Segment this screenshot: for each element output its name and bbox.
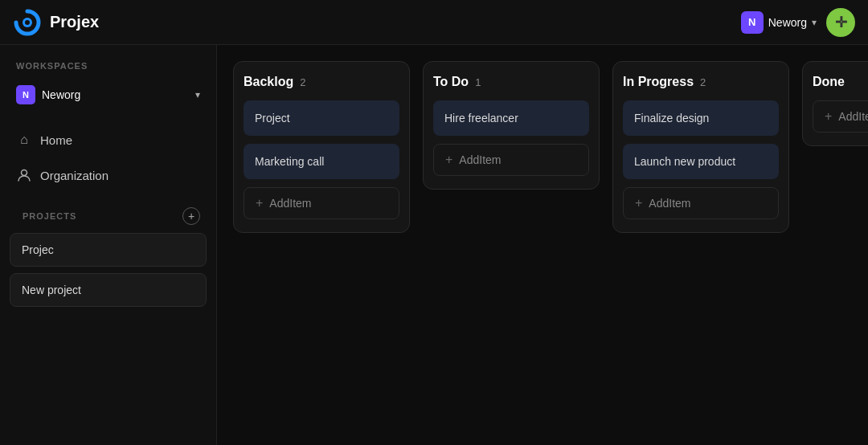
column-header-done: Done [813,75,868,89]
org-chevron-icon: ▾ [812,17,817,28]
app-header: Projex N Neworg ▾ ✛ [0,0,868,45]
card-todo-0[interactable]: Hire freelancer [433,100,589,136]
plus-icon: + [825,109,832,124]
plus-icon: + [635,196,642,210]
board-column-inprogress: In Progress2Finalize designLaunch new pr… [612,61,789,233]
board-column-done: Done+AddItem [802,61,868,146]
workspace-badge: N [16,85,35,104]
sidebar-item-organization[interactable]: Organization [10,159,207,191]
org-badge: N [741,11,764,34]
svg-point-3 [22,170,27,176]
column-header-backlog: Backlog2 [244,75,399,89]
column-title-backlog: Backlog [244,75,293,89]
add-item-button-backlog[interactable]: +AddItem [244,187,399,219]
project-item-projec[interactable]: Projec [10,233,207,267]
plus-icon: + [445,153,452,167]
projects-section-header: PROJECTS + [10,207,207,225]
svg-point-2 [25,20,30,25]
card-inprogress-0[interactable]: Finalize design [623,100,779,136]
sidebar-item-home-label: Home [40,133,72,147]
column-title-inprogress: In Progress [623,75,694,89]
add-item-label: AddItem [838,110,868,123]
app-logo-icon [13,8,42,37]
board-column-backlog: Backlog2ProjectMarketing call+AddItem [233,61,410,233]
add-item-label: AddItem [649,197,690,210]
home-icon: ⌂ [16,132,32,148]
main-layout: WORKSPACES N Neworg ▾ ⌂ Home Organizatio… [0,45,868,445]
board-column-todo: To Do1Hire freelancer+AddItem [423,61,600,190]
org-icon [16,167,32,183]
column-header-todo: To Do1 [433,75,589,89]
user-avatar[interactable]: ✛ [826,8,855,37]
card-backlog-0[interactable]: Project [244,100,399,136]
column-count-todo: 1 [475,76,481,88]
board-area: Backlog2ProjectMarketing call+AddItemTo … [217,45,868,445]
column-count-backlog: 2 [300,76,305,88]
column-title-todo: To Do [433,75,469,89]
workspace-name: Neworg [42,88,189,101]
card-backlog-1[interactable]: Marketing call [244,144,399,179]
column-count-inprogress: 2 [700,76,706,88]
add-item-label: AddItem [459,153,501,166]
workspace-chevron-icon: ▾ [195,89,200,100]
add-project-icon: + [188,210,194,222]
sidebar: WORKSPACES N Neworg ▾ ⌂ Home Organizatio… [0,45,217,445]
app-title: Projex [50,13,741,31]
card-inprogress-1[interactable]: Launch new product [623,144,779,179]
projects-label: PROJECTS [16,211,83,221]
sidebar-item-home[interactable]: ⌂ Home [10,124,207,156]
header-right: N Neworg ▾ ✛ [741,8,855,37]
add-project-button[interactable]: + [182,207,200,225]
workspaces-label: WORKSPACES [10,61,207,71]
add-item-button-inprogress[interactable]: +AddItem [623,187,779,219]
add-item-label: AddItem [269,197,311,210]
sidebar-item-organization-label: Organization [40,169,108,182]
plus-icon: + [256,196,263,210]
column-title-done: Done [813,75,845,89]
column-header-inprogress: In Progress2 [623,75,779,89]
org-selector[interactable]: N Neworg ▾ [741,11,817,34]
project-item-new[interactable]: New project [10,273,207,307]
add-item-button-done[interactable]: +AddItem [813,100,868,133]
add-item-button-todo[interactable]: +AddItem [433,144,589,176]
org-name: Neworg [768,16,807,29]
workspace-selector[interactable]: N Neworg ▾ [10,79,207,111]
